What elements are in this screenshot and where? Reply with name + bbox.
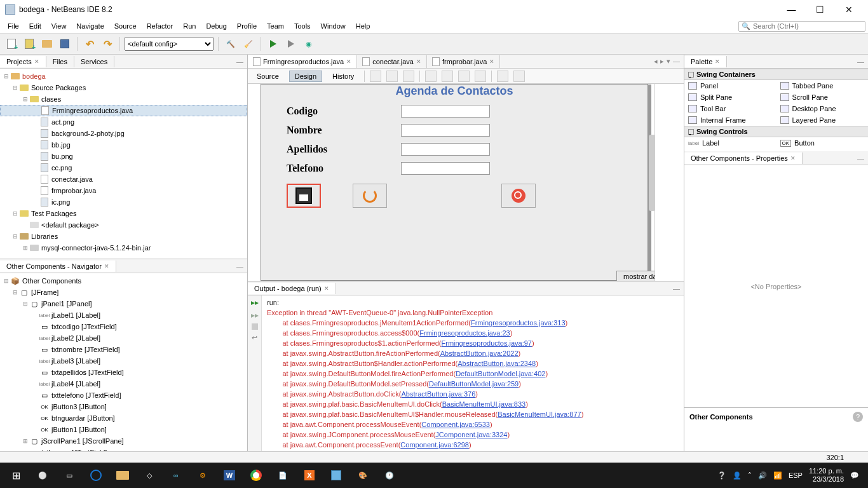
palette-label[interactable]: labelLabel — [684, 137, 776, 149]
debug-button[interactable] — [283, 36, 299, 51]
palette-desktop-pane[interactable]: Desktop Pane — [776, 103, 869, 114]
close-icon[interactable]: ✕ — [790, 155, 796, 161]
menu-debug[interactable]: Debug — [201, 21, 231, 31]
close-icon[interactable]: ✕ — [324, 285, 329, 292]
search-input[interactable] — [753, 22, 862, 30]
start-button[interactable]: ⊞ — [3, 463, 29, 488]
menu-file[interactable]: File — [3, 21, 24, 31]
view-design[interactable]: Design — [289, 71, 322, 82]
input-telefono[interactable] — [401, 162, 490, 175]
form-panel[interactable]: Agenda de Contactos Codigo Nombre Apelli… — [261, 84, 648, 281]
resize-h-icon[interactable] — [497, 71, 508, 82]
help-icon[interactable]: ? — [853, 412, 863, 422]
tab-nav-prev-icon[interactable]: ◂ — [654, 57, 658, 65]
paint-icon[interactable]: 🎨 — [349, 463, 376, 488]
view-history[interactable]: History — [327, 71, 359, 81]
menu-window[interactable]: Window — [316, 21, 351, 31]
word-icon[interactable]: W — [216, 463, 243, 488]
tab-palette[interactable]: Palette✕ — [684, 56, 727, 67]
palette-button[interactable]: OKButton — [776, 137, 869, 149]
close-icon[interactable]: ✕ — [104, 263, 109, 269]
panel-minimize[interactable]: — — [233, 58, 247, 65]
align-top-icon[interactable] — [458, 71, 470, 82]
preview-icon[interactable] — [403, 71, 414, 82]
close-icon[interactable]: ✕ — [489, 58, 494, 65]
open-project-button[interactable] — [39, 36, 55, 51]
close-icon[interactable]: ✕ — [346, 58, 351, 65]
tab-nav-next-icon[interactable]: ▸ — [660, 57, 664, 65]
tray-chevron-icon[interactable]: ˄ — [748, 471, 752, 480]
people-tray-icon[interactable]: 👤 — [733, 471, 742, 480]
task-view-icon[interactable]: ▭ — [56, 463, 83, 488]
xampp-icon[interactable]: X — [296, 463, 323, 488]
menu-tools[interactable]: Tools — [289, 21, 316, 31]
rerun-icon[interactable]: ▸▸ — [251, 298, 259, 307]
close-icon[interactable]: ✕ — [34, 58, 39, 65]
tab-output[interactable]: Output - bodega (run)✕ — [248, 283, 336, 294]
redo-button[interactable]: ↷ — [100, 36, 115, 51]
explorer-icon[interactable] — [109, 463, 136, 488]
editor-tab-frmingreso[interactable]: Frmingresoproductos.java✕ — [248, 55, 357, 68]
menu-team[interactable]: Team — [262, 21, 289, 31]
search-form-button[interactable] — [501, 184, 536, 208]
palette-section-controls[interactable]: -Swing Controls — [684, 126, 868, 137]
save-form-button[interactable] — [287, 184, 321, 208]
undo-button[interactable]: ↶ — [82, 36, 97, 51]
chrome-icon[interactable] — [243, 463, 269, 488]
palette-tabbed-pane[interactable]: Tabbed Pane — [776, 80, 869, 92]
align-bottom-icon[interactable] — [475, 71, 486, 82]
input-codigo[interactable] — [401, 105, 490, 118]
stop-icon[interactable] — [252, 323, 258, 330]
help-tray-icon[interactable]: ❔ — [717, 471, 726, 480]
palette-panel[interactable]: Panel — [684, 80, 776, 92]
navigator-tree[interactable]: ⊟📦Other Components ⊟▢[JFrame] ⊟▢jPanel1 … — [0, 273, 247, 451]
other-components-header[interactable]: Other Components ? — [684, 407, 868, 426]
project-tree[interactable]: ⊟bodega ⊟Source Packages ⊟clases Frmingr… — [0, 69, 247, 259]
panel-minimize[interactable]: — — [853, 154, 868, 162]
menu-navigate[interactable]: Navigate — [71, 21, 109, 31]
menu-run[interactable]: Run — [178, 21, 201, 31]
align-right-icon[interactable] — [442, 71, 453, 82]
palette-tool-bar[interactable]: Tool Bar — [684, 103, 776, 114]
new-file-button[interactable] — [4, 36, 19, 51]
gui-designer-canvas[interactable]: Agenda de Contactos Codigo Nombre Apelli… — [248, 84, 684, 281]
menu-help[interactable]: Help — [351, 21, 376, 31]
input-apellidos[interactable] — [401, 143, 490, 156]
menu-refactor[interactable]: Refactor — [142, 21, 179, 31]
panel-minimize[interactable]: — — [233, 262, 247, 270]
palette-split-pane[interactable]: Split Pane — [684, 92, 776, 103]
tab-files[interactable]: Files — [46, 56, 74, 67]
minimize-button[interactable]: — — [777, 1, 806, 18]
view-source[interactable]: Source — [252, 71, 284, 81]
wrap-icon[interactable]: ↩ — [252, 334, 257, 342]
menu-source[interactable]: Source — [109, 21, 142, 31]
input-nombre[interactable] — [401, 124, 490, 137]
profile-button[interactable]: ◉ — [301, 36, 316, 51]
dropbox-icon[interactable]: ◇ — [136, 463, 163, 488]
palette-section-containers[interactable]: -Swing Containers — [684, 69, 868, 80]
resize-v-icon[interactable] — [513, 71, 525, 82]
app-icon[interactable]: ⚙ — [189, 463, 216, 488]
output-console[interactable]: run: Exception in thread "AWT-EventQueue… — [262, 295, 684, 451]
config-select[interactable]: <default config> — [125, 37, 214, 51]
maximize-button[interactable]: ☐ — [806, 1, 834, 18]
edge-icon[interactable] — [83, 463, 109, 488]
run-button[interactable] — [266, 36, 281, 51]
new-project-button[interactable] — [22, 36, 37, 51]
volume-icon[interactable]: 🔊 — [758, 471, 767, 480]
cortana-icon[interactable]: ⚪ — [29, 463, 56, 488]
app-icon[interactable]: 📄 — [269, 463, 296, 488]
clock-icon[interactable]: 🕐 — [376, 463, 403, 488]
palette-scroll-pane[interactable]: Scroll Pane — [776, 92, 869, 103]
rerun-failed-icon[interactable]: ▸▸ — [251, 311, 259, 320]
panel-minimize[interactable]: — — [853, 58, 868, 65]
editor-tab-frmprobar[interactable]: frmprobar.java✕ — [427, 55, 500, 68]
menu-view[interactable]: View — [46, 21, 72, 31]
editor-tab-conectar[interactable]: conectar.java✕ — [357, 55, 427, 68]
build-button[interactable]: 🔨 — [223, 36, 238, 51]
panel-minimize[interactable]: — — [673, 57, 680, 65]
save-all-button[interactable] — [57, 36, 72, 51]
palette-internal-frame[interactable]: Internal Frame — [684, 114, 776, 126]
menu-edit[interactable]: Edit — [24, 21, 46, 31]
clean-build-button[interactable]: 🧹 — [241, 36, 256, 51]
